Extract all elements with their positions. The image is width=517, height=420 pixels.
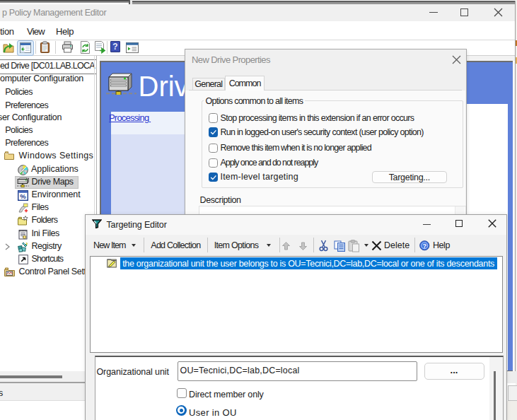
svg-text:%: %	[20, 192, 26, 200]
svg-text:?: ?	[422, 243, 426, 250]
